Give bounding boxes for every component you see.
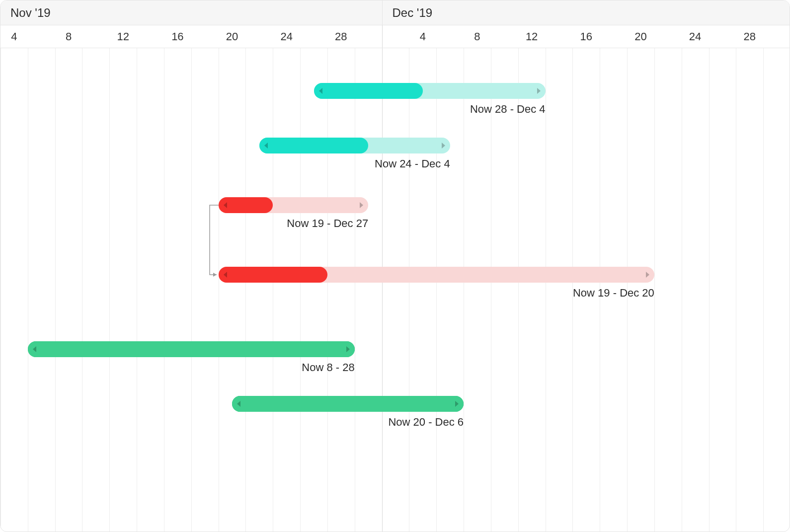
gantt-bar-label: Now 19 - Dec 27 (287, 217, 368, 230)
day-tick: 4 (11, 25, 17, 48)
gridline (300, 48, 301, 532)
gantt-bar[interactable]: Now 24 - Dec 4 (259, 138, 450, 153)
resize-handle-left-icon[interactable] (33, 346, 36, 352)
gridline (491, 48, 491, 532)
gridline (109, 48, 110, 532)
resize-handle-right-icon[interactable] (455, 401, 459, 407)
day-tick: 4 (420, 25, 426, 48)
gridline (28, 48, 28, 532)
resize-handle-left-icon[interactable] (224, 272, 227, 278)
month-header-row: Nov '19 Dec '19 (0, 0, 790, 25)
gantt-bar-progress (259, 138, 368, 153)
gantt-bar-label: Now 20 - Dec 6 (388, 416, 464, 429)
gantt-bar-label: Now 8 - 28 (302, 361, 354, 374)
gridline (219, 48, 219, 532)
gridline (82, 48, 82, 532)
day-tick: 8 (474, 25, 480, 48)
gridline (654, 48, 655, 532)
resize-handle-right-icon[interactable] (442, 143, 445, 149)
gantt-bar-progress (232, 396, 464, 412)
gridline (245, 48, 246, 532)
gantt-bar[interactable]: Now 20 - Dec 6 (232, 396, 464, 412)
gridline (546, 48, 546, 532)
gantt-bar[interactable]: Now 8 - 28 (28, 341, 355, 357)
gridline (0, 48, 1, 532)
gridline (355, 48, 355, 532)
gridline (191, 48, 192, 532)
gridline (763, 48, 764, 532)
resize-handle-right-icon[interactable] (537, 88, 541, 94)
day-tick: 12 (117, 25, 129, 48)
gantt-bar[interactable]: Now 28 - Dec 4 (314, 83, 546, 99)
resize-handle-left-icon[interactable] (224, 202, 227, 208)
month-header: Nov '19 (0, 0, 383, 25)
day-tick: 20 (226, 25, 238, 48)
gridline (273, 48, 273, 532)
gridline (682, 48, 682, 532)
resize-handle-left-icon[interactable] (237, 401, 240, 407)
resize-handle-right-icon[interactable] (646, 272, 649, 278)
day-tick: 12 (526, 25, 538, 48)
day-tick: 16 (171, 25, 183, 48)
month-divider (382, 48, 383, 532)
gridline (736, 48, 736, 532)
gridline (409, 48, 409, 532)
gridline (709, 48, 710, 532)
day-tick: 16 (580, 25, 592, 48)
gantt-bar-progress (219, 267, 327, 283)
day-tick: 24 (280, 25, 292, 48)
gridline (55, 48, 56, 532)
gridline (327, 48, 328, 532)
gantt-chart: Nov '19 Dec '19 481216202428481216202428… (0, 0, 790, 532)
month-divider (382, 25, 383, 48)
resize-handle-left-icon[interactable] (319, 88, 322, 94)
gridline (164, 48, 164, 532)
gantt-bar-label: Now 19 - Dec 20 (573, 287, 654, 300)
day-tick: 28 (335, 25, 347, 48)
gridline (436, 48, 437, 532)
gridline (137, 48, 137, 532)
gantt-bar[interactable]: Now 19 - Dec 27 (219, 197, 369, 213)
gantt-bar[interactable]: Now 19 - Dec 20 (219, 267, 654, 283)
gridline (518, 48, 519, 532)
day-header-row: 481216202428481216202428 (0, 25, 790, 48)
day-tick: 28 (744, 25, 756, 48)
day-tick: 24 (689, 25, 701, 48)
resize-handle-right-icon[interactable] (360, 202, 363, 208)
gantt-bar-progress (314, 83, 423, 99)
month-header: Dec '19 (383, 0, 790, 25)
gantt-bar-label: Now 24 - Dec 4 (375, 157, 450, 170)
resize-handle-left-icon[interactable] (264, 143, 268, 149)
gridline (464, 48, 464, 532)
gantt-bar-progress (28, 341, 355, 357)
gantt-bar-label: Now 28 - Dec 4 (470, 103, 546, 116)
day-tick: 8 (66, 25, 72, 48)
gantt-body[interactable]: Now 28 - Dec 4Now 24 - Dec 4Now 19 - Dec… (0, 48, 790, 532)
resize-handle-right-icon[interactable] (346, 346, 350, 352)
day-tick: 20 (634, 25, 646, 48)
